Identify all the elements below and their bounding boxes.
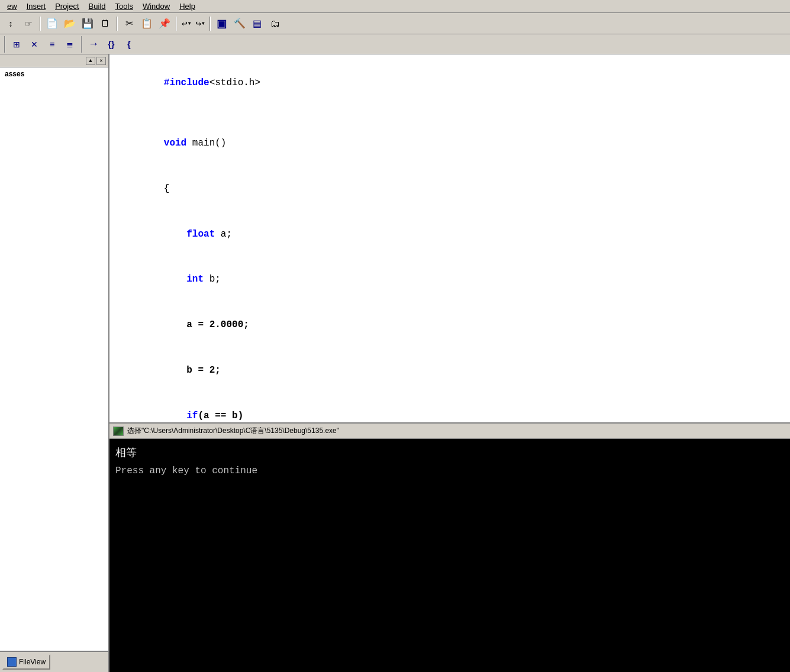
- float-var: a;: [215, 229, 232, 240]
- main-area: ▲ ✕ asses FileView #include<stdio.h> voi…: [0, 54, 790, 672]
- console-area: 选择"C:\Users\Administrator\Desktop\C语言\51…: [109, 424, 790, 672]
- console-header: 选择"C:\Users\Administrator\Desktop\C语言\51…: [109, 424, 790, 439]
- sidebar-classes-label: asses: [2, 69, 27, 79]
- menu-build[interactable]: Build: [84, 1, 111, 12]
- toolbar-sep-2: [117, 17, 118, 31]
- undo-arrow: ▼: [188, 21, 191, 26]
- if-keyword: if: [164, 411, 198, 421]
- hand-icon[interactable]: ☞: [20, 15, 37, 32]
- toolbar-sep-1: [40, 17, 41, 31]
- code-line-if: if(a == b): [118, 393, 781, 424]
- console-output[interactable]: 相等 Press any key to continue: [109, 439, 790, 672]
- redo-arrow: ▼: [202, 21, 205, 26]
- toolbar-sep-4: [209, 17, 211, 31]
- tb2-bracket-icon[interactable]: {: [121, 36, 137, 53]
- include-value: <stdio.h>: [209, 77, 260, 88]
- menu-tools[interactable]: Tools: [111, 1, 138, 12]
- save-all-icon[interactable]: 🗒: [97, 15, 114, 32]
- int-var: b;: [204, 274, 221, 285]
- code-line-blank1: [118, 106, 781, 121]
- code-line-brace-open-outer: {: [118, 166, 781, 212]
- redo-dropdown[interactable]: ↪ ▼: [194, 15, 206, 32]
- menu-bar: ew Insert Project Build Tools Window Hel…: [0, 0, 790, 13]
- redo-icon: ↪: [195, 18, 201, 30]
- int-keyword: int: [164, 274, 204, 285]
- sidebar-maximize-btn[interactable]: ▲: [86, 57, 95, 65]
- fileview-icon: [7, 657, 17, 667]
- undo-icon: ↩: [182, 18, 188, 30]
- brace-open: {: [164, 183, 170, 194]
- tb2-braces-icon[interactable]: {}: [103, 36, 120, 53]
- hammer-icon[interactable]: 🔨: [231, 15, 248, 32]
- float-keyword: float: [164, 229, 215, 240]
- toolbar-sep-3: [176, 17, 177, 31]
- menu-help[interactable]: Help: [175, 1, 200, 12]
- console-result-chinese: 相等: [115, 444, 784, 463]
- sidebar-close-btn[interactable]: ✕: [96, 57, 106, 65]
- tb2-btn2[interactable]: ✕: [26, 36, 43, 53]
- sidebar-content: asses: [0, 67, 108, 651]
- sidebar: ▲ ✕ asses FileView: [0, 54, 109, 672]
- include-keyword: #include: [164, 77, 209, 88]
- code-editor[interactable]: #include<stdio.h> void main() { float a;…: [109, 54, 790, 424]
- open-file-icon[interactable]: 📂: [62, 15, 78, 32]
- sort-icon[interactable]: ↕: [2, 15, 19, 32]
- new-file-icon[interactable]: 📄: [44, 15, 60, 32]
- save-icon[interactable]: 💾: [79, 15, 96, 32]
- folder2-icon[interactable]: 🗂: [267, 15, 283, 32]
- menu-ew[interactable]: ew: [2, 1, 22, 12]
- editor-area: #include<stdio.h> void main() { float a;…: [109, 54, 790, 672]
- window-frame-icon[interactable]: ▣: [214, 15, 230, 32]
- code-line-assign-b: b = 2;: [118, 348, 781, 393]
- code-line-int: int b;: [118, 257, 781, 303]
- fileview-label: FileView: [19, 658, 46, 666]
- void-keyword: void: [164, 138, 186, 148]
- secondary-toolbar: ⊞ ✕ ≡ ≣ → {} {: [0, 34, 790, 54]
- console-result-press: Press any key to continue: [115, 463, 784, 480]
- undo-dropdown[interactable]: ↩ ▼: [180, 15, 192, 32]
- menu-project[interactable]: Project: [50, 1, 83, 12]
- code-line-assign-a: a = 2.0000;: [118, 303, 781, 348]
- if-condition: (a == b): [198, 411, 243, 421]
- menu-insert[interactable]: Insert: [22, 1, 51, 12]
- tb2-btn1[interactable]: ⊞: [8, 36, 25, 53]
- assign-b: b = 2;: [164, 365, 221, 376]
- console-app-icon: [113, 427, 124, 436]
- sidebar-header: ▲ ✕: [0, 54, 108, 67]
- tb2-btn3[interactable]: ≡: [44, 36, 60, 53]
- toolbar2-sep-mid: [81, 36, 82, 53]
- cut-icon[interactable]: ✂: [121, 15, 137, 32]
- paste-icon[interactable]: 📌: [156, 15, 173, 32]
- assign-a: a = 2.0000;: [164, 319, 249, 330]
- main-toolbar: ↕ ☞ 📄 📂 💾 🗒 ✂ 📋 📌 ↩ ▼ ↪ ▼ ▣ 🔨 ▤ 🗂: [0, 13, 790, 34]
- frame2-icon[interactable]: ▤: [249, 15, 266, 32]
- tb2-arrow-icon[interactable]: →: [85, 36, 102, 53]
- code-line-float: float a;: [118, 212, 781, 257]
- tb2-btn4[interactable]: ≣: [62, 36, 78, 53]
- sidebar-bottom: FileView: [0, 651, 108, 672]
- sidebar-controls: ▲ ✕: [86, 57, 106, 65]
- console-path-text: 选择"C:\Users\Administrator\Desktop\C语言\51…: [127, 426, 339, 436]
- toolbar2-sep-left: [4, 36, 5, 53]
- copy-icon[interactable]: 📋: [138, 15, 155, 32]
- menu-window[interactable]: Window: [138, 1, 175, 12]
- main-func: main(): [186, 138, 226, 148]
- fileview-button[interactable]: FileView: [2, 654, 50, 670]
- code-line-include: #include<stdio.h>: [118, 60, 781, 106]
- code-line-main: void main(): [118, 121, 781, 166]
